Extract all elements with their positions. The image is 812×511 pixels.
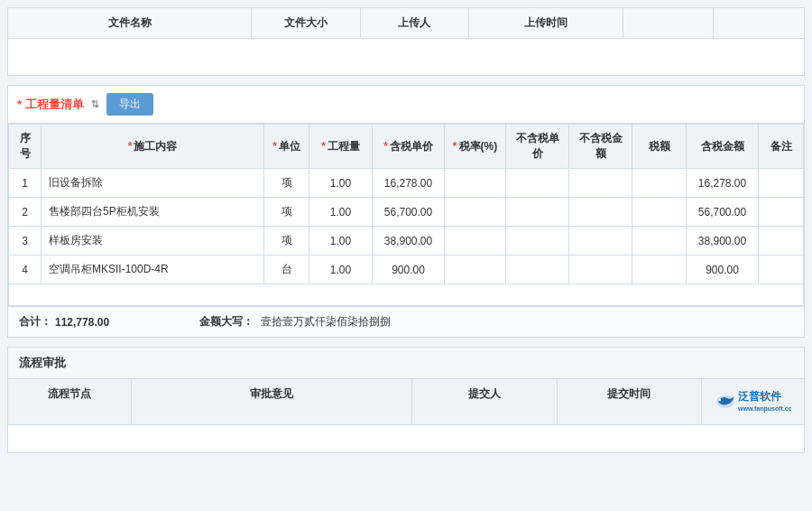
- company-logo-svg: 泛普软件 www.fanpusoft.com: [715, 386, 791, 417]
- file-header: 文件名称 文件大小 上传人 上传时间: [8, 8, 804, 39]
- summary-big-value: 壹拾壹万贰仟柒佰柒拾捌捌: [261, 314, 391, 330]
- cell-remark-2: [759, 198, 804, 227]
- cell-remark-3: [759, 227, 804, 256]
- table-row: 4 空调吊柜MKSII-100D-4R 台 1.00 900.00 900.00: [9, 256, 804, 284]
- cell-notax-price-2: [506, 198, 569, 227]
- cell-price-2: 56,700.00: [373, 198, 445, 227]
- th-seq: 序号: [9, 125, 42, 169]
- workflow-col-node: 流程节点: [8, 379, 132, 424]
- file-body: [8, 39, 804, 75]
- th-work: *施工内容: [42, 125, 264, 169]
- workflow-title: 流程审批: [8, 348, 804, 379]
- workflow-section: 流程审批 流程节点 审批意见 提交人 提交时间 泛普软件 www.fanpuso…: [7, 347, 805, 453]
- svg-point-1: [719, 399, 721, 401]
- cell-seq-2: 2: [9, 198, 42, 227]
- cell-tax-amount-3: [632, 227, 687, 256]
- sort-icon[interactable]: ⇅: [91, 98, 99, 110]
- engineering-section: * 工程量清单 ⇅ 导出 序号 *施工内容 *单位 *工程量 *含税单价 *税率…: [7, 85, 805, 338]
- summary-value: 112,778.00: [55, 316, 145, 329]
- engineering-table: 序号 *施工内容 *单位 *工程量 *含税单价 *税率(%) 不含税单价 不含税…: [8, 124, 804, 306]
- cell-tax-4: [445, 256, 506, 284]
- cell-notax-amount-2: [569, 198, 632, 227]
- cell-qty-4: 1.00: [309, 256, 373, 284]
- cell-tax-amount-2: [632, 198, 687, 227]
- summary-row: 合计： 112,778.00 金额大写： 壹拾壹万贰仟柒佰柒拾捌捌: [8, 306, 804, 337]
- summary-label: 合计：: [19, 314, 51, 330]
- logo-area: 泛普软件 www.fanpusoft.com: [715, 386, 791, 417]
- cell-price-1: 16,278.00: [373, 169, 445, 198]
- cell-total-1: 16,278.00: [687, 169, 759, 198]
- table-row: 2 售楼部四台5P柜机安装 项 1.00 56,700.00 56,700.00: [9, 198, 804, 227]
- cell-seq-1: 1: [9, 169, 42, 198]
- cell-tax-3: [445, 227, 506, 256]
- workflow-header: 流程节点 审批意见 提交人 提交时间 泛普软件 www.fanpusoft.co…: [8, 379, 804, 425]
- table-body: 1 旧设备拆除 项 1.00 16,278.00 16,278.00 2 售楼部…: [9, 169, 804, 306]
- cell-unit-4: 台: [264, 256, 309, 284]
- cell-notax-amount-3: [569, 227, 632, 256]
- th-tax: *税率(%): [445, 125, 506, 169]
- cell-tax-1: [445, 169, 506, 198]
- cell-total-3: 38,900.00: [687, 227, 759, 256]
- svg-text:www.fanpusoft.com: www.fanpusoft.com: [737, 405, 791, 413]
- cell-tax-2: [445, 198, 506, 227]
- table-row: 1 旧设备拆除 项 1.00 16,278.00 16,278.00: [9, 169, 804, 198]
- th-notax-price: 不含税单价: [506, 125, 569, 169]
- cell-price-4: 900.00: [373, 256, 445, 284]
- summary-big-label: 金额大写：: [199, 314, 254, 330]
- cell-qty-2: 1.00: [309, 198, 373, 227]
- th-qty: *工程量: [309, 125, 373, 169]
- cell-work-3: 样板房安装: [42, 227, 264, 256]
- cell-price-3: 38,900.00: [373, 227, 445, 256]
- cell-seq-4: 4: [9, 256, 42, 284]
- cell-work-2: 售楼部四台5P柜机安装: [42, 198, 264, 227]
- export-button[interactable]: 导出: [106, 93, 153, 116]
- workflow-body: [8, 425, 804, 452]
- workflow-col-opinion: 审批意见: [132, 379, 412, 424]
- file-col-time: 上传时间: [469, 8, 623, 38]
- th-notax-amount: 不含税金额: [569, 125, 632, 169]
- workflow-col-submitter: 提交人: [412, 379, 557, 424]
- svg-text:泛普软件: 泛普软件: [738, 390, 782, 403]
- workflow-logo-cell: 泛普软件 www.fanpusoft.com: [702, 379, 804, 424]
- th-remark: 备注: [759, 125, 804, 169]
- file-col-name: 文件名称: [8, 8, 252, 38]
- cell-total-4: 900.00: [687, 256, 759, 284]
- page-container: 文件名称 文件大小 上传人 上传时间 * 工程量清单 ⇅ 导出 序号 *施工内容…: [0, 0, 812, 460]
- cell-unit-2: 项: [264, 198, 309, 227]
- th-unit: *单位: [264, 125, 309, 169]
- cell-seq-3: 3: [9, 227, 42, 256]
- cell-work-1: 旧设备拆除: [42, 169, 264, 198]
- th-tax-amount: 税额: [632, 125, 687, 169]
- table-row-empty: [9, 284, 804, 306]
- cell-work-4: 空调吊柜MKSII-100D-4R: [42, 256, 264, 284]
- cell-notax-price-3: [506, 227, 569, 256]
- cell-qty-1: 1.00: [309, 169, 373, 198]
- file-col-extra2: [714, 8, 804, 38]
- file-col-extra1: [623, 8, 715, 38]
- th-total-amount: 含税金额: [687, 125, 759, 169]
- file-col-uploader: 上传人: [361, 8, 470, 38]
- file-col-size: 文件大小: [252, 8, 361, 38]
- engineering-title: * 工程量清单: [17, 97, 84, 113]
- cell-remark-1: [759, 169, 804, 198]
- cell-notax-amount-1: [569, 169, 632, 198]
- cell-notax-amount-4: [569, 256, 632, 284]
- cell-notax-price-1: [506, 169, 569, 198]
- workflow-col-time: 提交时间: [558, 379, 702, 424]
- file-section: 文件名称 文件大小 上传人 上传时间: [7, 7, 805, 76]
- th-price: *含税单价: [373, 125, 445, 169]
- cell-remark-4: [759, 256, 804, 284]
- cell-qty-3: 1.00: [309, 227, 373, 256]
- cell-total-2: 56,700.00: [687, 198, 759, 227]
- table-row: 3 样板房安装 项 1.00 38,900.00 38,900.00: [9, 227, 804, 256]
- engineering-toolbar: * 工程量清单 ⇅ 导出: [8, 86, 804, 124]
- cell-tax-amount-1: [632, 169, 687, 198]
- table-header-row: 序号 *施工内容 *单位 *工程量 *含税单价 *税率(%) 不含税单价 不含税…: [9, 125, 804, 169]
- cell-unit-3: 项: [264, 227, 309, 256]
- cell-tax-amount-4: [632, 256, 687, 284]
- cell-unit-1: 项: [264, 169, 309, 198]
- cell-notax-price-4: [506, 256, 569, 284]
